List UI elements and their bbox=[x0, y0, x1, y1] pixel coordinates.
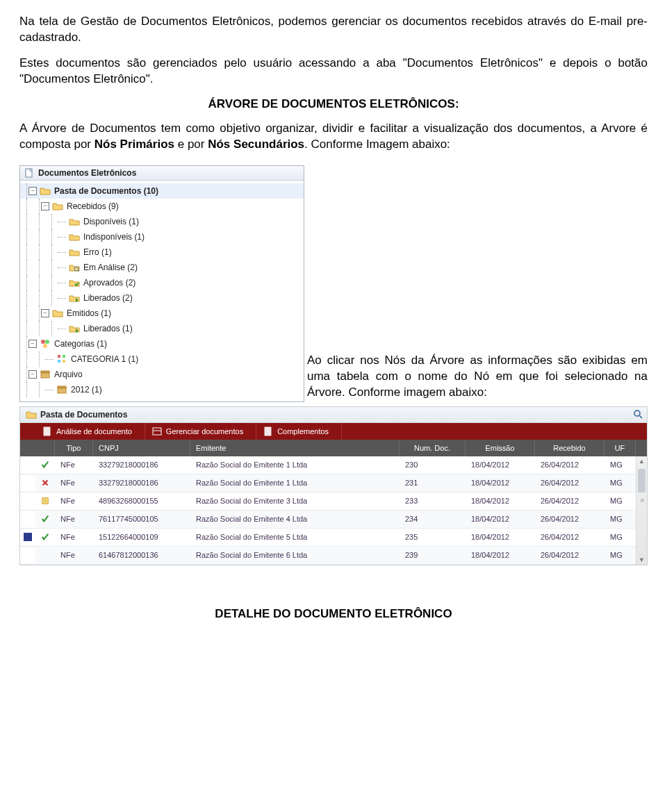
cell-cnpj: 33279218000186 bbox=[93, 479, 190, 487]
tree-node-analise[interactable]: Em Análise (2) bbox=[20, 260, 304, 275]
document-icon bbox=[263, 426, 273, 436]
tree-node-categoria-1[interactable]: CATEGORIA 1 (1) bbox=[20, 351, 304, 367]
folder-check-icon bbox=[69, 277, 80, 288]
col-recebido[interactable]: Recebido bbox=[535, 440, 604, 456]
cell-uf: MG bbox=[604, 533, 636, 541]
tree-node-liberados-2[interactable]: Liberados (1) bbox=[20, 321, 304, 336]
col-emissao[interactable]: Emissão bbox=[466, 440, 535, 456]
row-status-gutter bbox=[20, 456, 35, 565]
col-emitente[interactable]: Emitente bbox=[190, 440, 400, 456]
scroll-header-gap bbox=[636, 440, 647, 456]
svg-text:!: ! bbox=[44, 499, 46, 505]
col-uf[interactable]: UF bbox=[604, 440, 636, 456]
tree-node-2012[interactable]: 2012 (1) bbox=[20, 382, 304, 397]
table-header-row: Tipo CNPJ Emitente Num. Doc. Emissão Rec… bbox=[35, 440, 636, 456]
document-icon bbox=[42, 426, 52, 436]
cell-num: 233 bbox=[400, 497, 466, 505]
col-cnpj[interactable]: CNPJ bbox=[93, 440, 190, 456]
cell-cnpj: 15122664000109 bbox=[93, 533, 190, 541]
cell-tipo: NFe bbox=[55, 479, 93, 487]
cell-tipo: NFe bbox=[55, 497, 93, 505]
tree-node-recebidos[interactable]: − Recebidos (9) bbox=[20, 199, 304, 214]
row-selector[interactable] bbox=[20, 492, 35, 511]
svg-rect-20 bbox=[24, 533, 32, 541]
cell-cnpj: 76117745000105 bbox=[93, 515, 190, 523]
tree-label: Emitidos (1) bbox=[67, 308, 111, 318]
text-fragment: e por bbox=[174, 138, 208, 151]
section-title-arvore: ÁRVORE DE DOCUMENTOS ELETRÔNICOS: bbox=[19, 97, 648, 111]
toolbar-analise-button[interactable]: Análise de documento bbox=[35, 423, 145, 440]
tree-node-categorias[interactable]: − Categorias (1) bbox=[20, 336, 304, 351]
tree-node-erro[interactable]: Erro (1) bbox=[20, 245, 304, 260]
status-icon bbox=[35, 460, 55, 470]
svg-rect-19 bbox=[265, 427, 271, 436]
tree-node-liberados[interactable]: Liberados (2) bbox=[20, 290, 304, 306]
tree-panel: Documentos Eletrônicos − Pasta de Docume… bbox=[19, 165, 304, 402]
folder-open-icon bbox=[52, 201, 63, 212]
text-bold-primarios: Nós Primários bbox=[94, 138, 174, 151]
folder-open-icon bbox=[52, 308, 63, 319]
tree-node-indisponiveis[interactable]: Indisponíveis (1) bbox=[20, 229, 304, 245]
table-titlebar: Pasta de Documentos bbox=[20, 407, 647, 423]
section-title-detalhe: DETALHE DO DOCUMENTO ELETRÔNICO bbox=[19, 607, 648, 621]
table-row[interactable]: NFe33279218000186Razão Social do Emitent… bbox=[35, 456, 636, 474]
scroll-up-arrow[interactable]: ▲ bbox=[636, 456, 647, 466]
table-row[interactable]: NFe61467812000136Razão Social do Emitent… bbox=[35, 547, 636, 565]
cell-cnpj: 48963268000155 bbox=[93, 497, 190, 505]
row-selector[interactable] bbox=[20, 547, 35, 565]
cell-recebido: 26/04/2012 bbox=[535, 497, 604, 505]
svg-rect-11 bbox=[41, 371, 49, 373]
svg-rect-9 bbox=[63, 360, 65, 363]
table-row[interactable]: NFe76117745000105Razão Social do Emitent… bbox=[35, 511, 636, 529]
svg-point-14 bbox=[634, 411, 640, 416]
tree-node-disponiveis[interactable]: Disponíveis (1) bbox=[20, 214, 304, 229]
cell-emitente: Razão Social do Emitente 5 Ltda bbox=[190, 533, 400, 541]
table-row[interactable]: !NFe48963268000155Razão Social do Emiten… bbox=[35, 492, 636, 511]
tree-label: Disponíveis (1) bbox=[83, 217, 139, 226]
search-icon[interactable] bbox=[633, 409, 643, 419]
toolbar-gerenciar-button[interactable]: Gerenciar documentos bbox=[145, 423, 256, 440]
tree-label: Arquivo bbox=[54, 370, 83, 379]
row-selector[interactable] bbox=[20, 511, 35, 529]
scroll-down-arrow[interactable]: ▼ bbox=[636, 555, 647, 565]
documents-table-panel: Pasta de Documentos Análise de documento… bbox=[19, 406, 648, 565]
status-icon bbox=[35, 478, 55, 488]
cell-num: 231 bbox=[400, 479, 466, 487]
table-row[interactable]: NFe33279218000186Razão Social do Emitent… bbox=[35, 474, 636, 492]
tree-node-aprovados[interactable]: Aprovados (2) bbox=[20, 275, 304, 290]
folder-arrow-icon bbox=[69, 323, 80, 334]
col-tipo[interactable]: Tipo bbox=[55, 440, 93, 456]
tree-body: − Pasta de Documentos (10) − Recebidos (… bbox=[20, 181, 304, 401]
tree-node-emitidos[interactable]: − Emitidos (1) bbox=[20, 306, 304, 321]
search-folder-icon bbox=[69, 262, 80, 273]
tree-node-root[interactable]: − Pasta de Documentos (10) bbox=[20, 183, 304, 199]
cell-recebido: 26/04/2012 bbox=[535, 551, 604, 559]
text-fragment: . Conforme Imagem abaixo: bbox=[304, 138, 450, 151]
toolbar-label: Complementos bbox=[277, 427, 329, 436]
cell-uf: MG bbox=[604, 461, 636, 469]
row-selector[interactable] bbox=[20, 529, 35, 547]
row-selector[interactable] bbox=[20, 456, 35, 474]
tree-label: Erro (1) bbox=[83, 247, 112, 257]
cell-tipo: NFe bbox=[55, 461, 93, 469]
col-num[interactable]: Num. Doc. bbox=[400, 440, 466, 456]
folder-icon bbox=[69, 231, 80, 242]
tree-label: Indisponíveis (1) bbox=[83, 232, 145, 242]
cell-emitente: Razão Social do Emitente 1 Ltda bbox=[190, 479, 400, 487]
document-icon bbox=[24, 168, 34, 178]
tree-header: Documentos Eletrônicos bbox=[20, 166, 304, 181]
categories-icon bbox=[40, 338, 51, 349]
row-selector[interactable] bbox=[20, 474, 35, 492]
tree-node-arquivo[interactable]: − Arquivo bbox=[20, 367, 304, 382]
row-gutter-header bbox=[20, 440, 35, 456]
cell-tipo: NFe bbox=[55, 533, 93, 541]
tree-caption: Ao clicar nos Nós da Árvore as informaçõ… bbox=[304, 353, 648, 402]
status-icon bbox=[35, 532, 55, 542]
tree-label: Pasta de Documentos (10) bbox=[54, 186, 158, 196]
toolbar-complementos-button[interactable]: Complementos bbox=[256, 423, 342, 440]
cell-tipo: NFe bbox=[55, 515, 93, 523]
scroll-thumb[interactable] bbox=[638, 469, 645, 492]
table-row[interactable]: NFe15122664000109Razão Social do Emitent… bbox=[35, 529, 636, 547]
cell-uf: MG bbox=[604, 497, 636, 505]
vertical-scrollbar[interactable]: ▲ ≡ ▼ bbox=[636, 456, 647, 565]
